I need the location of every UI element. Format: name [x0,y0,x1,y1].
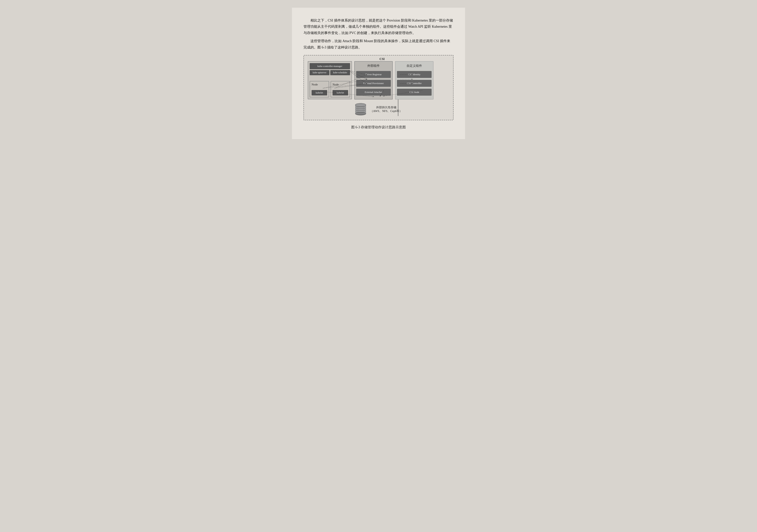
driver-registrar-box: Driver Registrar [356,71,391,78]
diagram-wrapper: kube-controller-manager kube-apiserver k… [308,61,449,100]
csi-controller-box: CSI Controller [397,80,432,87]
database-icon [355,103,366,116]
middle-panel: 外部组件 Driver Registrar External Provision… [354,61,393,100]
node2-box: Node kubelet [331,81,350,97]
csi-node-box: CSI Node [397,89,432,96]
csi-label: CSI [379,57,385,61]
figure-caption: 图 6-3 存储管理动作设计思路示意图 [304,125,454,130]
right-panel: 自定义组件 CSI Identity CSI Controller CSI No… [395,61,434,100]
kube-row: kube-apiserver kube-scheduler [310,70,350,75]
external-provisioner-box: External Provisioner [356,80,391,87]
kubelet1-box: kubelet [312,90,327,95]
nodes-row: Node kubelet Node kubelet [310,81,350,97]
db-cylinder-svg [355,103,366,116]
right-panel-title: 自定义组件 [397,64,432,68]
node2-label: Node [333,83,348,86]
middle-panel-title: 外部组件 [356,64,391,68]
diagram-inner: kube-controller-manager kube-apiserver k… [308,61,449,100]
paragraph-1: 相比之下，CSI 插件体系的设计思想，就是把这个 Provision 阶段和 K… [304,17,454,36]
node1-box: Node kubelet [310,81,329,97]
page: 相比之下，CSI 插件体系的设计思想，就是把这个 Provision 阶段和 K… [292,8,465,139]
node1-label: Node [312,83,327,86]
storage-label: 外部持久性存储 （AWS、NFS、Ceph等） [370,106,402,113]
kube-controller-manager-box: kube-controller-manager [310,63,350,69]
kubelet2-box: kubelet [333,90,348,95]
external-attacher-box: External Attacher [356,89,391,96]
csi-identity-box: CSI Identity [397,71,432,78]
kube-scheduler-box: kube-scheduler [330,70,350,75]
left-panel: kube-controller-manager kube-apiserver k… [308,61,352,99]
storage-section: 外部持久性存储 （AWS、NFS、Ceph等） [308,103,449,116]
diagram-container: CSI kube-controller-manager kube-apiserv… [304,55,454,120]
kube-apiserver-box: kube-apiserver [310,70,329,75]
paragraph-2: 这些管理动作，比如 Attach 阶段和 Mount 阶段的具体操作，实际上就是… [304,38,454,50]
